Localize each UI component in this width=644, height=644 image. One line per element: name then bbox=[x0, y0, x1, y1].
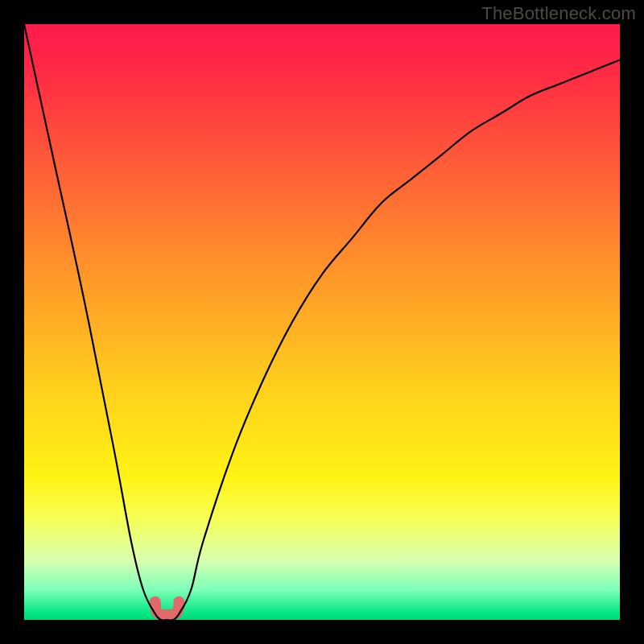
chart-frame: TheBottleneck.com bbox=[0, 0, 644, 644]
curve-layer bbox=[24, 24, 620, 620]
plot-area bbox=[24, 24, 620, 620]
watermark-text: TheBottleneck.com bbox=[481, 3, 636, 24]
accent-segment bbox=[155, 602, 180, 615]
bottleneck-curve bbox=[24, 24, 620, 620]
